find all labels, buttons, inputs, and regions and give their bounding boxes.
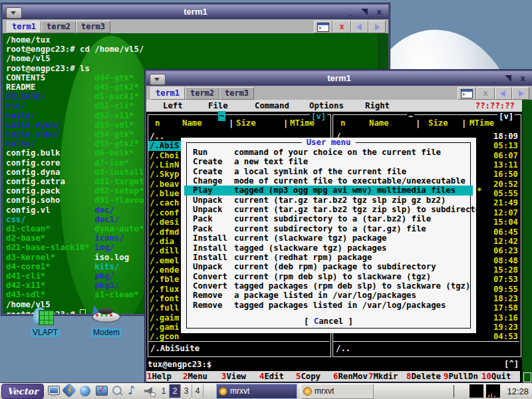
next-tab-button[interactable] <box>368 21 386 33</box>
fkey-copy[interactable]: 5Copy <box>296 371 321 382</box>
launcher-search-icon[interactable] <box>110 384 124 398</box>
file-row[interactable]: /.LinN <box>150 160 179 170</box>
scrollbar-thumb[interactable] <box>523 372 531 382</box>
user-menu-item[interactable]: Removetagged packages listed in /var/log… <box>181 301 476 310</box>
user-menu-item[interactable]: Converttagged packages (rpm deb slp) to … <box>181 281 476 291</box>
start-menu-button[interactable]: Vector <box>1 384 44 399</box>
prev-tab-button[interactable] <box>495 87 512 100</box>
fkey-help[interactable]: 1Help <box>147 371 172 382</box>
user-menu-item[interactable]: Unpackcurrent (deb rpm) package to subdi… <box>181 262 476 271</box>
user-menu-item[interactable]: Playtagged (mp3 ogg mpg avi wmv) multime… <box>181 186 476 195</box>
launcher-tools-icon[interactable] <box>63 384 76 398</box>
right-panel-dropdown[interactable]: [v] <box>497 112 515 122</box>
file-row[interactable]: /.dia <box>150 237 174 246</box>
file-row[interactable]: /.cach <box>150 198 179 207</box>
file-row[interactable]: /.gcon <box>150 332 179 341</box>
cancel-button[interactable]: [ Cancel ] <box>181 317 476 326</box>
user-menu-item[interactable]: Runcommand of your choice on the current… <box>181 148 476 157</box>
file-row[interactable]: /.gami <box>150 323 179 332</box>
window-menu-button[interactable] <box>150 74 166 85</box>
user-menu-item[interactable]: Unpackcurrent (tar.gz tar.bz2 tgz slp zi… <box>181 196 476 205</box>
titlebar[interactable]: term1 _ x <box>146 71 532 86</box>
fkey-delete[interactable]: 8Delete <box>406 371 441 382</box>
fkey-edit[interactable]: 4Edit <box>259 371 284 382</box>
taskbar-task-mrxvt-active[interactable]: mrxvt <box>216 384 297 399</box>
scrollbar[interactable] <box>522 100 532 384</box>
file-row[interactable]: /.full <box>150 303 179 313</box>
fkey-pulldn[interactable]: 9PullDn <box>444 371 478 382</box>
file-row[interactable]: /.dill <box>150 246 179 255</box>
user-menu-item[interactable]: Packcurrent subdirectory to a (tar.gz) f… <box>181 224 476 233</box>
tab-term3[interactable]: term3 <box>76 21 110 33</box>
fkey-quit[interactable]: 10Quit <box>481 371 511 382</box>
launcher-volume-icon[interactable] <box>142 384 156 398</box>
right-panel-path[interactable]: ~ <box>407 112 414 122</box>
mc-menu-right[interactable]: Right <box>365 100 390 112</box>
mc-menu-file[interactable]: File <box>208 100 228 112</box>
file-row[interactable]: /.conf <box>150 208 179 217</box>
file-row[interactable]: /.flux <box>150 285 179 294</box>
titlebar[interactable]: term1 _ x <box>3 5 388 19</box>
left-mtime-header[interactable]: MTime <box>290 118 315 128</box>
user-menu-item[interactable]: Installcurrent (redhat rpm) package <box>181 253 476 262</box>
workspace-3[interactable]: 3 <box>181 384 192 398</box>
mc-command-prompt[interactable]: tux@engpc23:$ <box>148 360 211 369</box>
tray-applet[interactable] <box>469 384 483 398</box>
file-row[interactable]: /.dfmd <box>150 227 179 237</box>
file-row[interactable]: /.ende <box>150 265 179 275</box>
desktop-icon-vlapt[interactable]: VLAPT <box>28 306 63 338</box>
tab-term1[interactable]: term1 <box>7 21 41 33</box>
file-row[interactable]: /.beav <box>150 180 179 189</box>
user-menu-item[interactable]: Changemode of current file to executable… <box>181 176 476 186</box>
file-row[interactable]: /.Skyp <box>150 170 179 179</box>
user-menu-item[interactable]: Unpackcurrent (tar.gz tar.bz2 tgz zip sl… <box>181 205 476 214</box>
taskbar-task-mrxvt-inactive[interactable]: mrxvt <box>301 384 374 399</box>
right-name-header[interactable]: Name <box>369 118 389 128</box>
right-size-header[interactable]: Size <box>428 118 448 128</box>
right-sort-header[interactable]: n <box>340 118 345 128</box>
workspace-4[interactable]: 4 <box>192 384 203 398</box>
left-panel-path[interactable]: ~ <box>218 111 225 121</box>
file-row[interactable]: /.blue <box>150 189 179 198</box>
file-row[interactable]: /.emel <box>150 256 179 265</box>
minimize-button[interactable]: _ <box>487 71 500 86</box>
file-mtime[interactable]: 04:53 <box>466 332 518 341</box>
file-row[interactable]: /.. <box>150 132 164 141</box>
fkey-mkdir[interactable]: 7Mkdir <box>368 371 398 382</box>
close-button[interactable]: x <box>372 5 386 19</box>
prev-tab-button[interactable] <box>351 21 368 33</box>
fkey-menu[interactable]: 2Menu <box>183 371 207 382</box>
minimize-button[interactable]: _ <box>343 5 356 19</box>
file-row[interactable]: /.gaim <box>150 313 179 323</box>
tab-term2[interactable]: term2 <box>41 21 76 33</box>
launcher-media-icon[interactable]: ♪ <box>126 384 140 398</box>
fkey-renmov[interactable]: 6RenMov <box>333 371 368 382</box>
left-size-header[interactable]: Size <box>236 118 256 128</box>
left-sort-header[interactable]: n <box>155 118 160 128</box>
next-tab-button[interactable] <box>512 87 529 100</box>
desktop-icon-modem[interactable]: Modem <box>89 306 124 338</box>
launcher-browser-icon[interactable] <box>78 384 92 398</box>
file-row[interactable]: /.desi <box>150 217 179 227</box>
file-row[interactable]: /.Choi <box>150 151 179 160</box>
close-button[interactable]: x <box>516 71 529 86</box>
user-menu-item[interactable]: Packcurrent subdirectory to a (tar.bz2) … <box>181 214 476 223</box>
user-menu-item[interactable]: Installtagged (slackware tgz) packages <box>181 243 476 253</box>
mc-menu-command[interactable]: Command <box>255 100 289 112</box>
new-tab-button[interactable]: > <box>458 87 476 100</box>
new-tab-button[interactable]: > <box>314 21 332 33</box>
tab-term2[interactable]: term2 <box>185 87 219 100</box>
left-name-header[interactable]: Name <box>182 118 202 128</box>
workspace-2[interactable]: 2 <box>170 384 181 398</box>
user-menu-item[interactable]: Installcurrent (slackware tgz) package <box>181 233 476 243</box>
launcher-terminal-icon[interactable] <box>47 384 61 398</box>
file-row[interactable]: /.font <box>150 294 179 303</box>
user-menu-item[interactable]: Removea package listed in /var/log/packa… <box>181 291 476 300</box>
mc-menu-left[interactable]: Left <box>163 100 183 112</box>
user-menu-item[interactable]: Convertcurrent (rpm deb slp) to slackwar… <box>181 272 476 281</box>
mc-menu-options[interactable]: Options <box>309 100 344 112</box>
maximize-button[interactable] <box>501 71 515 86</box>
file-row[interactable]: /.fble <box>150 275 179 284</box>
right-mtime-header[interactable]: MTime <box>469 118 494 128</box>
user-menu-item[interactable]: Createa new text file <box>181 157 476 166</box>
